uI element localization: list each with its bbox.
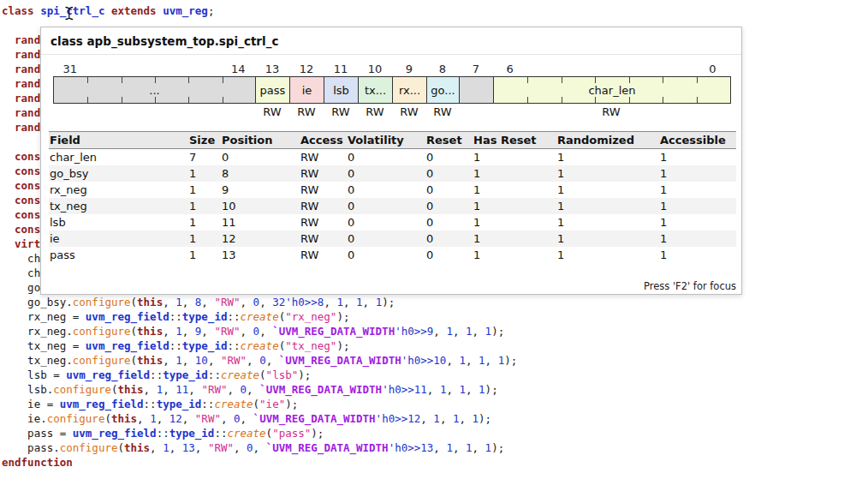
table-cell: 0 — [221, 149, 300, 165]
table-cell: 1 — [473, 214, 556, 231]
code-token: ( — [104, 412, 111, 425]
code-line[interactable]: pass = uvm_reg_field::type_id::create("p… — [2, 426, 868, 440]
table-cell: 1 — [188, 231, 221, 247]
bit-tick — [188, 77, 189, 83]
code-token: , — [182, 325, 195, 338]
code-token: 1 — [336, 296, 343, 308]
code-token: , — [182, 412, 195, 425]
code-line[interactable]: ie = uvm_reg_field::type_id::create("ie"… — [2, 397, 868, 411]
code-token: lsb = — [2, 368, 66, 381]
access-label — [53, 105, 255, 119]
code-line[interactable]: endfunction — [2, 455, 868, 470]
code-token: :: — [144, 398, 157, 410]
code-token: tx_neg = — [2, 339, 86, 352]
code-line[interactable]: go_bsy.configure(this, 1, 8, "RW", 0, 32… — [2, 295, 868, 309]
code-token: ); — [491, 325, 504, 338]
code-token: , — [195, 441, 208, 454]
code-token: , — [163, 325, 175, 338]
code-token: , — [433, 325, 446, 338]
access-label: RW — [493, 105, 729, 119]
code-token: , — [188, 383, 201, 396]
code-token: 1 — [466, 325, 473, 338]
table-cell: 1 — [188, 247, 221, 263]
table-cell: 1 — [556, 165, 659, 182]
code-token: 1 — [433, 412, 440, 425]
table-row: go_bsy18RW00111 — [49, 165, 736, 182]
code-token: 11 — [175, 383, 188, 396]
bit-number: 11 — [334, 63, 348, 75]
code-token: class — [2, 4, 34, 17]
bitfield-cell-label: pass — [260, 84, 286, 97]
code-token: rand — [2, 92, 40, 105]
code-token: 'h0>>13 — [389, 441, 434, 454]
code-token: :: — [214, 427, 227, 440]
table-cell: 1 — [188, 214, 221, 231]
code-token: ); — [504, 354, 517, 367]
code-token: 10 — [195, 354, 208, 367]
table-cell: 1 — [556, 247, 659, 263]
bit-tick — [663, 97, 663, 103]
table-cell: 1 — [473, 165, 556, 182]
code-token: 1 — [175, 354, 182, 367]
table-cell: 0 — [425, 231, 473, 247]
column-header: Has Reset — [473, 132, 556, 149]
code-line[interactable]: tx_neg = uvm_reg_field::type_id::create(… — [2, 338, 868, 353]
code-token: ( — [259, 368, 266, 381]
table-cell: 13 — [221, 247, 300, 263]
code-token: ( — [131, 354, 138, 367]
table-cell: 0 — [347, 165, 425, 182]
column-header: Accessible — [659, 132, 736, 149]
code-token: 32'h0>>8 — [272, 296, 324, 308]
code-token: create — [227, 427, 265, 440]
code-token: 1 — [485, 325, 492, 338]
access-label: RW — [426, 105, 459, 119]
table-cell: 0 — [347, 182, 425, 198]
bit-number-slot: 7 — [459, 59, 493, 76]
code-line[interactable]: ie.configure(this, 1, 12, "RW", 0, `UVM_… — [2, 411, 868, 426]
bit-tick — [223, 97, 223, 103]
code-line[interactable]: pass.configure(this, 1, 13, "RW", 0, `UV… — [2, 440, 868, 455]
code-token: 1 — [446, 325, 453, 338]
code-token: `UVM_REG_DATA_WIDTH — [272, 325, 395, 338]
code-token: , — [247, 383, 259, 396]
bit-tick — [663, 77, 663, 83]
bit-tick — [629, 97, 630, 103]
code-token: type_id — [182, 310, 228, 323]
code-token: go — [2, 281, 40, 294]
code-token: `UVM_REG_DATA_WIDTH — [259, 383, 382, 396]
hover-popup: class apb_subsystem_top.spi_ctrl_c 31141… — [40, 27, 742, 295]
access-label: RW — [255, 105, 289, 119]
code-token: 0 — [247, 441, 253, 454]
column-header: Access — [300, 132, 347, 149]
code-token: , — [466, 354, 479, 367]
bitfield-access-row: RWRWRWRWRWRWRW — [53, 105, 731, 119]
bitfield-cell-pass: pass — [256, 77, 290, 103]
code-token: cons — [2, 165, 40, 177]
code-line[interactable]: rx_neg.configure(this, 1, 9, "RW", 0, `U… — [2, 324, 868, 338]
bit-number: 8 — [439, 63, 446, 75]
code-token: ); — [336, 310, 349, 323]
bit-tick — [527, 97, 528, 103]
code-line[interactable]: lsb = uvm_reg_field::type_id::create("ls… — [2, 368, 868, 382]
bit-number: 7 — [473, 63, 479, 75]
code-line[interactable]: lsb.configure(this, 1, 11, "RW", 0, `UVM… — [2, 382, 868, 397]
code-token: ); — [285, 398, 298, 410]
code-line[interactable]: class spi_ctrl_c extends uvm_reg; — [2, 3, 868, 18]
code-line[interactable]: rx_neg = uvm_reg_field::type_id::create(… — [2, 309, 868, 324]
code-token: this — [137, 354, 163, 367]
code-token: "tx_neg" — [285, 339, 336, 352]
code-token: go_bsy. — [2, 296, 73, 308]
table-cell: 11 — [221, 214, 300, 231]
access-label — [459, 105, 493, 119]
code-token: 1 — [459, 383, 466, 396]
code-token: rx_neg = — [2, 310, 86, 323]
code-token: 'h0>>12 — [376, 412, 421, 425]
popup-title: class apb_subsystem_top.spi_ctrl_c — [41, 27, 741, 55]
code-token: :: — [227, 310, 240, 323]
bit-number: 9 — [406, 63, 413, 75]
code-token: , — [459, 412, 472, 425]
code-line[interactable]: tx_neg.configure(this, 1, 10, "RW", 0, `… — [2, 353, 868, 368]
bit-tick — [87, 97, 88, 103]
code-token: pass. — [2, 441, 60, 454]
code-token: :: — [201, 398, 214, 410]
